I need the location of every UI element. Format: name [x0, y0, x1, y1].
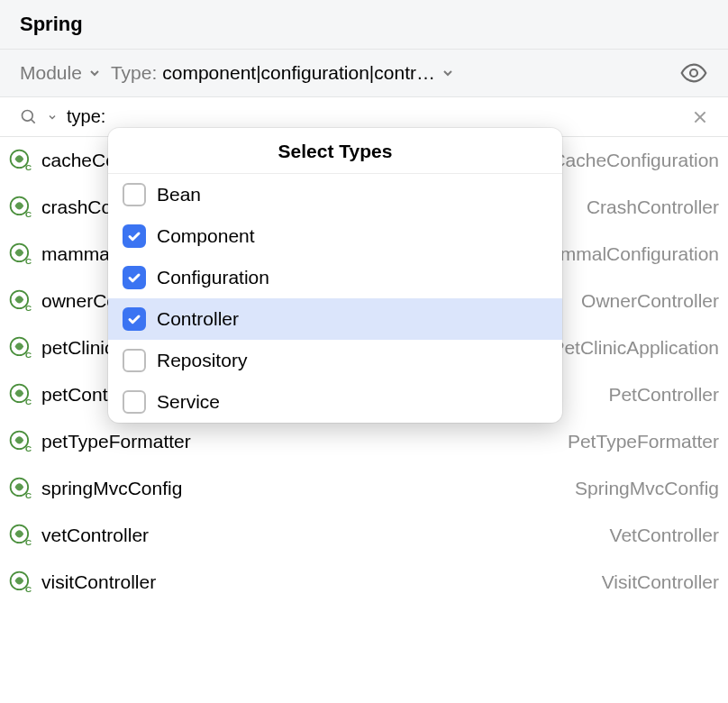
spring-bean-icon: C — [9, 430, 32, 453]
type-option-label: Repository — [157, 350, 247, 371]
popup-items: BeanComponentConfigurationControllerRepo… — [108, 174, 562, 423]
bean-row[interactable]: C vetControllerVetController — [0, 512, 728, 559]
module-filter-label: Module — [20, 62, 82, 84]
filter-bar: Module Type: component|configuration|con… — [0, 50, 728, 97]
check-icon — [127, 229, 141, 243]
spring-bean-icon: C — [9, 336, 32, 360]
bean-class: CacheConfiguration — [542, 150, 719, 171]
type-option-label: Configuration — [157, 267, 269, 288]
bean-row[interactable]: C petTypeFormatterPetTypeFormatter — [0, 418, 728, 465]
bean-class: PetController — [599, 384, 719, 406]
type-option[interactable]: Configuration — [108, 257, 562, 298]
type-option[interactable]: Service — [108, 381, 562, 423]
eye-icon[interactable] — [679, 59, 708, 87]
bean-class: PetClinicApplication — [542, 337, 719, 359]
type-option[interactable]: Bean — [108, 174, 562, 215]
svg-text:C: C — [25, 584, 32, 594]
check-icon — [127, 312, 141, 326]
type-option[interactable]: Controller — [108, 298, 562, 340]
svg-text:C: C — [25, 209, 32, 219]
checkbox[interactable] — [123, 224, 146, 248]
bean-class: SpringMvcConfig — [566, 478, 719, 499]
chevron-down-icon — [87, 66, 102, 80]
spring-bean-icon: C — [9, 571, 32, 594]
close-icon[interactable] — [692, 109, 708, 125]
module-filter[interactable]: Module — [20, 62, 102, 84]
type-option[interactable]: Repository — [108, 340, 562, 381]
chevron-down-icon — [441, 66, 455, 80]
svg-point-1 — [23, 110, 33, 121]
bean-row[interactable]: C springMvcConfigSpringMvcConfig — [0, 465, 728, 512]
svg-text:C: C — [25, 537, 32, 547]
type-filter-value: component|configuration|contr… — [162, 62, 435, 84]
spring-bean-icon: C — [9, 289, 32, 313]
svg-text:C: C — [25, 162, 32, 172]
spring-bean-icon: C — [9, 196, 32, 219]
popup-title: Select Types — [108, 128, 562, 174]
spring-bean-icon: C — [9, 149, 32, 172]
svg-line-2 — [32, 119, 35, 123]
type-option-label: Service — [157, 391, 220, 413]
bean-name: vetController — [41, 525, 149, 546]
spring-bean-icon: C — [9, 242, 32, 266]
type-option-label: Controller — [157, 308, 239, 330]
spring-bean-icon: C — [9, 383, 32, 406]
bean-class: OwnerController — [572, 290, 719, 312]
checkbox[interactable] — [123, 390, 146, 414]
search-input[interactable]: type: — [67, 106, 105, 127]
bean-class: PetTypeFormatter — [559, 431, 719, 452]
type-filter-prefix: Type: — [111, 62, 157, 84]
bean-name: visitController — [41, 571, 156, 593]
bean-class: CrashController — [578, 196, 719, 218]
svg-text:C: C — [25, 303, 32, 313]
checkbox[interactable] — [123, 307, 146, 331]
svg-text:C: C — [25, 443, 32, 453]
panel-title: Spring — [20, 13, 83, 35]
bean-name: petTypeFormatter — [41, 431, 191, 452]
checkbox[interactable] — [123, 183, 146, 206]
chevron-down-icon — [47, 112, 58, 123]
bean-class: VetController — [601, 525, 719, 546]
bean-row[interactable]: C visitControllerVisitController — [0, 559, 728, 606]
check-icon — [127, 270, 141, 285]
checkbox[interactable] — [123, 349, 146, 372]
checkbox[interactable] — [123, 266, 146, 289]
search-icon — [20, 108, 38, 126]
svg-point-0 — [690, 69, 697, 77]
type-filter[interactable]: Type: component|configuration|contr… — [111, 62, 455, 84]
svg-text:C: C — [25, 256, 32, 266]
spring-bean-icon: C — [9, 477, 32, 500]
type-option-label: Bean — [157, 184, 201, 205]
bean-class: VisitController — [593, 571, 719, 593]
svg-text:C: C — [25, 350, 32, 360]
bean-name: springMvcConfig — [41, 478, 182, 499]
type-option[interactable]: Component — [108, 215, 562, 257]
type-option-label: Component — [157, 225, 255, 247]
panel-header: Spring — [0, 0, 728, 50]
svg-text:C: C — [25, 397, 32, 406]
type-popup: Select Types BeanComponentConfigurationC… — [108, 128, 562, 423]
svg-text:C: C — [25, 490, 32, 500]
spring-bean-icon: C — [9, 524, 32, 547]
